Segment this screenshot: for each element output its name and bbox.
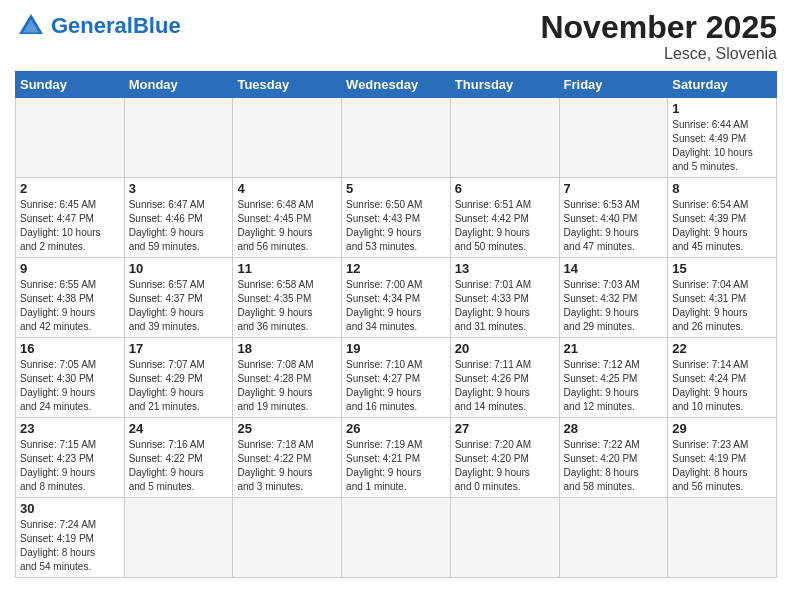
day-info: Sunrise: 7:15 AM Sunset: 4:23 PM Dayligh… [20,438,120,494]
day-number: 27 [455,421,555,436]
calendar-header-saturday: Saturday [668,72,777,98]
calendar-cell [124,98,233,178]
day-info: Sunrise: 6:58 AM Sunset: 4:35 PM Dayligh… [237,278,337,334]
calendar-cell: 29Sunrise: 7:23 AM Sunset: 4:19 PM Dayli… [668,418,777,498]
logo-text: GeneralBlue [51,15,181,37]
day-number: 11 [237,261,337,276]
calendar-cell: 3Sunrise: 6:47 AM Sunset: 4:46 PM Daylig… [124,178,233,258]
day-number: 24 [129,421,229,436]
calendar-cell: 14Sunrise: 7:03 AM Sunset: 4:32 PM Dayli… [559,258,668,338]
day-info: Sunrise: 6:54 AM Sunset: 4:39 PM Dayligh… [672,198,772,254]
calendar-cell: 2Sunrise: 6:45 AM Sunset: 4:47 PM Daylig… [16,178,125,258]
day-info: Sunrise: 7:14 AM Sunset: 4:24 PM Dayligh… [672,358,772,414]
day-number: 30 [20,501,120,516]
day-number: 13 [455,261,555,276]
calendar-cell: 13Sunrise: 7:01 AM Sunset: 4:33 PM Dayli… [450,258,559,338]
calendar-cell: 4Sunrise: 6:48 AM Sunset: 4:45 PM Daylig… [233,178,342,258]
day-info: Sunrise: 7:12 AM Sunset: 4:25 PM Dayligh… [564,358,664,414]
day-info: Sunrise: 7:22 AM Sunset: 4:20 PM Dayligh… [564,438,664,494]
day-number: 20 [455,341,555,356]
calendar-header-wednesday: Wednesday [342,72,451,98]
day-number: 3 [129,181,229,196]
day-info: Sunrise: 6:55 AM Sunset: 4:38 PM Dayligh… [20,278,120,334]
day-number: 6 [455,181,555,196]
day-info: Sunrise: 7:19 AM Sunset: 4:21 PM Dayligh… [346,438,446,494]
calendar-cell [342,498,451,578]
day-info: Sunrise: 7:16 AM Sunset: 4:22 PM Dayligh… [129,438,229,494]
calendar-cell: 26Sunrise: 7:19 AM Sunset: 4:21 PM Dayli… [342,418,451,498]
day-number: 14 [564,261,664,276]
calendar-cell: 18Sunrise: 7:08 AM Sunset: 4:28 PM Dayli… [233,338,342,418]
day-info: Sunrise: 6:51 AM Sunset: 4:42 PM Dayligh… [455,198,555,254]
calendar-cell [124,498,233,578]
calendar-cell [233,498,342,578]
calendar-cell: 16Sunrise: 7:05 AM Sunset: 4:30 PM Dayli… [16,338,125,418]
calendar-cell: 10Sunrise: 6:57 AM Sunset: 4:37 PM Dayli… [124,258,233,338]
day-info: Sunrise: 7:05 AM Sunset: 4:30 PM Dayligh… [20,358,120,414]
calendar-cell: 17Sunrise: 7:07 AM Sunset: 4:29 PM Dayli… [124,338,233,418]
header: GeneralBlue November 2025 Lesce, Sloveni… [15,10,777,63]
calendar-cell [450,498,559,578]
calendar-header-monday: Monday [124,72,233,98]
day-number: 1 [672,101,772,116]
day-info: Sunrise: 7:20 AM Sunset: 4:20 PM Dayligh… [455,438,555,494]
day-info: Sunrise: 6:44 AM Sunset: 4:49 PM Dayligh… [672,118,772,174]
calendar-cell: 6Sunrise: 6:51 AM Sunset: 4:42 PM Daylig… [450,178,559,258]
day-info: Sunrise: 6:53 AM Sunset: 4:40 PM Dayligh… [564,198,664,254]
day-info: Sunrise: 7:07 AM Sunset: 4:29 PM Dayligh… [129,358,229,414]
calendar-cell [233,98,342,178]
day-info: Sunrise: 6:47 AM Sunset: 4:46 PM Dayligh… [129,198,229,254]
calendar-cell: 19Sunrise: 7:10 AM Sunset: 4:27 PM Dayli… [342,338,451,418]
day-number: 5 [346,181,446,196]
calendar-cell [668,498,777,578]
title-block: November 2025 Lesce, Slovenia [540,10,777,63]
day-number: 23 [20,421,120,436]
calendar-cell: 21Sunrise: 7:12 AM Sunset: 4:25 PM Dayli… [559,338,668,418]
day-info: Sunrise: 7:11 AM Sunset: 4:26 PM Dayligh… [455,358,555,414]
day-number: 28 [564,421,664,436]
calendar-cell: 25Sunrise: 7:18 AM Sunset: 4:22 PM Dayli… [233,418,342,498]
day-number: 2 [20,181,120,196]
calendar-header-sunday: Sunday [16,72,125,98]
day-number: 15 [672,261,772,276]
day-info: Sunrise: 7:24 AM Sunset: 4:19 PM Dayligh… [20,518,120,574]
calendar-cell: 1Sunrise: 6:44 AM Sunset: 4:49 PM Daylig… [668,98,777,178]
calendar-cell: 24Sunrise: 7:16 AM Sunset: 4:22 PM Dayli… [124,418,233,498]
day-number: 12 [346,261,446,276]
calendar-header-row: SundayMondayTuesdayWednesdayThursdayFrid… [16,72,777,98]
day-number: 9 [20,261,120,276]
day-number: 21 [564,341,664,356]
day-number: 26 [346,421,446,436]
day-number: 25 [237,421,337,436]
day-number: 10 [129,261,229,276]
calendar-header-tuesday: Tuesday [233,72,342,98]
day-info: Sunrise: 6:50 AM Sunset: 4:43 PM Dayligh… [346,198,446,254]
calendar-cell: 8Sunrise: 6:54 AM Sunset: 4:39 PM Daylig… [668,178,777,258]
calendar-week-row: 23Sunrise: 7:15 AM Sunset: 4:23 PM Dayli… [16,418,777,498]
calendar-cell: 5Sunrise: 6:50 AM Sunset: 4:43 PM Daylig… [342,178,451,258]
calendar-cell: 11Sunrise: 6:58 AM Sunset: 4:35 PM Dayli… [233,258,342,338]
location: Lesce, Slovenia [540,45,777,63]
calendar-week-row: 30Sunrise: 7:24 AM Sunset: 4:19 PM Dayli… [16,498,777,578]
calendar-cell [559,498,668,578]
calendar-cell: 23Sunrise: 7:15 AM Sunset: 4:23 PM Dayli… [16,418,125,498]
day-info: Sunrise: 7:00 AM Sunset: 4:34 PM Dayligh… [346,278,446,334]
logo-icon [15,10,47,42]
calendar-week-row: 1Sunrise: 6:44 AM Sunset: 4:49 PM Daylig… [16,98,777,178]
calendar-cell: 30Sunrise: 7:24 AM Sunset: 4:19 PM Dayli… [16,498,125,578]
calendar-cell [342,98,451,178]
calendar: SundayMondayTuesdayWednesdayThursdayFrid… [15,71,777,578]
day-number: 4 [237,181,337,196]
day-info: Sunrise: 7:04 AM Sunset: 4:31 PM Dayligh… [672,278,772,334]
day-number: 29 [672,421,772,436]
calendar-cell: 9Sunrise: 6:55 AM Sunset: 4:38 PM Daylig… [16,258,125,338]
day-number: 18 [237,341,337,356]
logo: GeneralBlue [15,10,181,42]
day-info: Sunrise: 7:18 AM Sunset: 4:22 PM Dayligh… [237,438,337,494]
calendar-cell [16,98,125,178]
logo-blue: Blue [133,13,181,38]
day-info: Sunrise: 7:23 AM Sunset: 4:19 PM Dayligh… [672,438,772,494]
day-number: 16 [20,341,120,356]
month-title: November 2025 [540,10,777,45]
calendar-week-row: 9Sunrise: 6:55 AM Sunset: 4:38 PM Daylig… [16,258,777,338]
